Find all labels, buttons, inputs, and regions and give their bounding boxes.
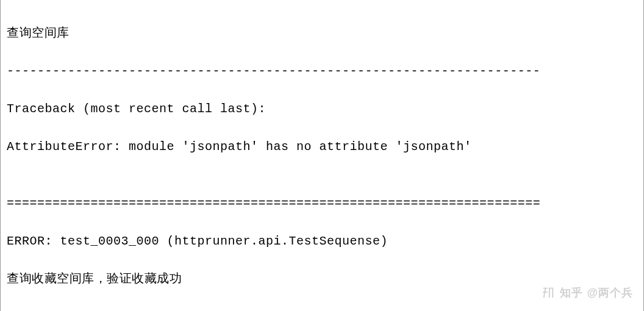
console-line: 查询空间库	[7, 24, 637, 43]
zhihu-icon	[542, 286, 555, 299]
console-line: ========================================…	[7, 194, 637, 213]
console-line: Traceback (most recent call last):	[7, 99, 637, 118]
console-line: ERROR: test_0003_000 (httprunner.api.Tes…	[7, 232, 637, 251]
watermark-text: 知乎 @两个兵	[560, 285, 633, 300]
watermark: 知乎 @两个兵	[542, 285, 633, 300]
console-line: ----------------------------------------…	[7, 307, 637, 311]
console-line: ----------------------------------------…	[7, 62, 637, 80]
console-line: AttributeError: module 'jsonpath' has no…	[7, 137, 637, 156]
console-output: 查询空间库 ----------------------------------…	[0, 0, 644, 311]
